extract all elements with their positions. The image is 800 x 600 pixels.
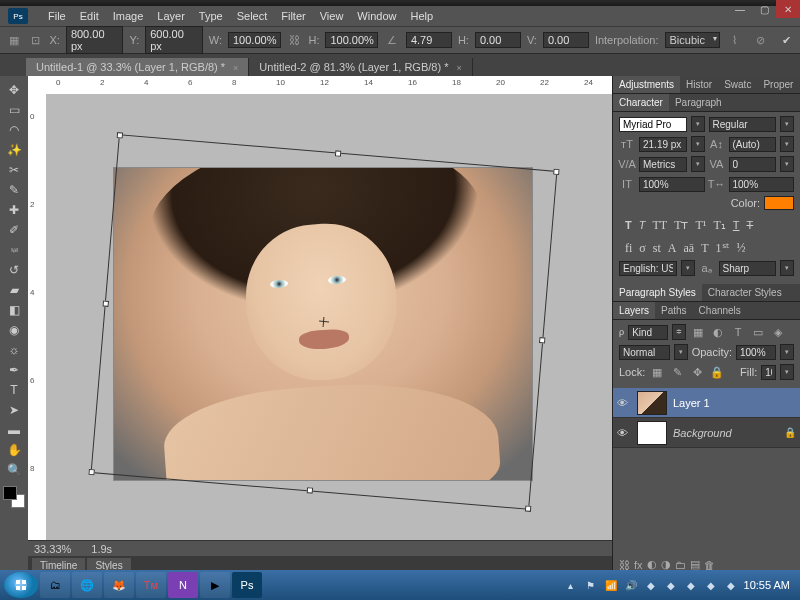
tab-doc-1[interactable]: Untitled-1 @ 33.3% (Layer 1, RGB/8) *× xyxy=(26,58,249,76)
vskew-field[interactable]: 0.00 xyxy=(543,32,589,48)
fx-icon[interactable]: fx xyxy=(634,559,643,571)
tab-channels[interactable]: Channels xyxy=(693,302,747,319)
layer-row[interactable]: 👁 Layer 1 xyxy=(613,388,800,418)
crop-tool[interactable]: ✂ xyxy=(2,160,26,180)
menu-layer[interactable]: Layer xyxy=(157,10,185,22)
brush-tool[interactable]: ✐ xyxy=(2,220,26,240)
type-tool[interactable]: T xyxy=(2,380,26,400)
fractions-button[interactable]: T xyxy=(701,241,708,256)
tab-history[interactable]: Histor xyxy=(680,76,718,93)
underline-button[interactable]: T xyxy=(733,218,740,233)
half-button[interactable]: ½ xyxy=(737,241,746,256)
lasso-tool[interactable]: ◠ xyxy=(2,120,26,140)
taskbar-chrome[interactable]: 🌐 xyxy=(72,572,102,598)
menu-type[interactable]: Type xyxy=(199,10,223,22)
zoom-readout[interactable]: 33.33% xyxy=(34,543,71,555)
first-button[interactable]: 1ˢᵗ xyxy=(716,241,730,256)
taskbar-app[interactable]: Tм xyxy=(136,572,166,598)
kerning-field[interactable] xyxy=(639,157,687,172)
filter-kind[interactable] xyxy=(628,325,668,340)
taskbar-media[interactable]: ▶ xyxy=(200,572,230,598)
angle-field[interactable]: 4.79 xyxy=(406,32,452,48)
filter-adjust-icon[interactable]: ◐ xyxy=(710,324,726,340)
y-field[interactable]: 600.00 px xyxy=(145,26,203,54)
shape-tool[interactable]: ▬ xyxy=(2,420,26,440)
stamp-tool[interactable]: ⎃ xyxy=(2,240,26,260)
stylistic-button[interactable]: st xyxy=(653,241,661,256)
tab-paragraph[interactable]: Paragraph xyxy=(669,94,728,111)
eyedropper-tool[interactable]: ✎ xyxy=(2,180,26,200)
color-swatches[interactable] xyxy=(3,486,25,508)
menu-select[interactable]: Select xyxy=(237,10,268,22)
pen-tool[interactable]: ✒ xyxy=(2,360,26,380)
ruler-horizontal[interactable]: 0 2 4 6 8 10 12 14 16 18 20 22 24 xyxy=(28,76,612,94)
chevron-down-icon[interactable]: ▾ xyxy=(691,116,705,132)
filter-shape-icon[interactable]: ▭ xyxy=(750,324,766,340)
lock-pos-icon[interactable]: ✥ xyxy=(689,364,705,380)
warp-icon[interactable]: ⌇ xyxy=(726,32,742,48)
tab-paths[interactable]: Paths xyxy=(655,302,693,319)
hand-tool[interactable]: ✋ xyxy=(2,440,26,460)
link-icon[interactable]: ⛓ xyxy=(287,32,303,48)
layer-row[interactable]: 👁 Background 🔒 xyxy=(613,418,800,448)
transform-icon[interactable]: ▦ xyxy=(6,32,22,48)
hscale-field[interactable] xyxy=(729,177,795,192)
link-layers-icon[interactable]: ⛓ xyxy=(619,559,630,571)
trash-icon[interactable]: 🗑 xyxy=(704,559,715,571)
tray-icon[interactable]: ◆ xyxy=(684,578,698,592)
menu-window[interactable]: Window xyxy=(357,10,396,22)
tray-icon[interactable]: ◆ xyxy=(724,578,738,592)
layer-thumbnail[interactable] xyxy=(637,421,667,445)
taskbar-firefox[interactable]: 🦊 xyxy=(104,572,134,598)
lock-trans-icon[interactable]: ▦ xyxy=(649,364,665,380)
strike-button[interactable]: T xyxy=(747,218,754,233)
aa-field[interactable] xyxy=(719,261,777,276)
visibility-icon[interactable]: 👁 xyxy=(617,427,631,439)
group-icon[interactable]: 🗀 xyxy=(675,559,686,571)
font-size-field[interactable] xyxy=(639,137,687,152)
menu-edit[interactable]: Edit xyxy=(80,10,99,22)
close-button[interactable]: ✕ xyxy=(776,0,800,18)
layer-thumbnail[interactable] xyxy=(637,391,667,415)
max-button[interactable]: ▢ xyxy=(752,0,776,18)
lock-all-icon[interactable]: 🔒 xyxy=(709,364,725,380)
min-button[interactable]: — xyxy=(728,0,752,18)
canvas[interactable] xyxy=(46,94,612,540)
menu-view[interactable]: View xyxy=(320,10,344,22)
ref-point-icon[interactable]: ⊡ xyxy=(28,32,44,48)
chevron-down-icon[interactable]: ▾ xyxy=(780,116,794,132)
tray-icon[interactable]: ◆ xyxy=(664,578,678,592)
taskbar-photoshop[interactable]: Ps xyxy=(232,572,262,598)
italic-button[interactable]: T xyxy=(639,218,646,233)
fill-field[interactable] xyxy=(761,365,776,380)
menu-help[interactable]: Help xyxy=(410,10,433,22)
lock-paint-icon[interactable]: ✎ xyxy=(669,364,685,380)
ligature-button[interactable]: fi xyxy=(625,241,632,256)
tab-character[interactable]: Character xyxy=(613,94,669,111)
dodge-tool[interactable]: ☼ xyxy=(2,340,26,360)
leading-field[interactable] xyxy=(729,137,777,152)
allcaps-button[interactable]: TT xyxy=(652,218,667,233)
taskbar-explorer[interactable]: 🗂 xyxy=(40,572,70,598)
close-icon[interactable]: × xyxy=(456,63,461,73)
taskbar-onenote[interactable]: N xyxy=(168,572,198,598)
w-field[interactable]: 100.00% xyxy=(228,32,281,48)
tray-icon[interactable]: ◆ xyxy=(704,578,718,592)
tab-layers[interactable]: Layers xyxy=(613,302,655,319)
tab-properties[interactable]: Proper xyxy=(757,76,799,93)
bold-button[interactable]: T xyxy=(625,218,632,233)
tab-character-styles[interactable]: Character Styles xyxy=(702,284,788,301)
layer-name[interactable]: Background xyxy=(673,427,732,439)
ruler-vertical[interactable]: 0 2 4 6 8 xyxy=(28,94,46,540)
interp-select[interactable]: Bicubic xyxy=(665,32,720,48)
oldstyle-button[interactable]: σ xyxy=(639,241,645,256)
commit-transform-icon[interactable]: ✔ xyxy=(778,32,794,48)
tray-vol-icon[interactable]: 🔊 xyxy=(624,578,638,592)
tray-flag-icon[interactable]: ⚑ xyxy=(584,578,598,592)
lang-field[interactable] xyxy=(619,261,677,276)
blur-tool[interactable]: ◉ xyxy=(2,320,26,340)
tray-net-icon[interactable]: 📶 xyxy=(604,578,618,592)
x-field[interactable]: 800.00 px xyxy=(66,26,124,54)
taskbar[interactable]: 🗂 🌐 🦊 Tм N ▶ Ps ▴ ⚑ 📶 🔊 ◆ ◆ ◆ ◆ ◆ 10:55 … xyxy=(0,570,800,600)
menu-file[interactable]: File xyxy=(48,10,66,22)
